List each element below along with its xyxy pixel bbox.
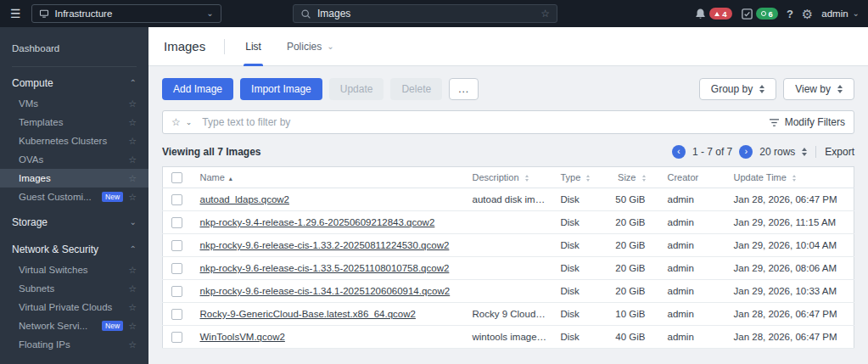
favorite-star-icon[interactable]: ☆ [128, 154, 137, 165]
export-button[interactable]: Export [825, 146, 854, 158]
sort-icon [792, 175, 796, 182]
favorite-star-icon[interactable]: ☆ [128, 173, 137, 184]
row-checkbox[interactable] [171, 263, 182, 274]
view-controls: Group by View by [699, 78, 854, 100]
next-page-button[interactable]: › [739, 145, 753, 159]
table-row[interactable]: Rocky-9-GenericCloud-Base.latest.x86_64.… [163, 303, 854, 326]
column-header-creator[interactable]: Creator [659, 167, 725, 188]
sidebar-item-label: Kubernetes Clusters [19, 136, 128, 146]
favorite-star-icon[interactable]: ☆ [128, 321, 137, 332]
group-by-select[interactable]: Group by [699, 78, 776, 100]
alerts-badge[interactable]: 4 [709, 8, 731, 20]
favorite-star-icon[interactable]: ☆ [128, 192, 137, 203]
app-switcher[interactable]: Infrastructure ⌄ [31, 4, 221, 23]
sidebar-item-images[interactable]: Images ☆ [0, 169, 148, 188]
image-name-link[interactable]: WinToolsVM.qcow2 [200, 332, 285, 342]
tab-policies[interactable]: Policies ⌄ [285, 27, 336, 65]
row-checkbox[interactable] [171, 194, 182, 205]
image-name-link[interactable]: Rocky-9-GenericCloud-Base.latest.x86_64.… [200, 309, 416, 319]
sidebar-item-label: Virtual Switches [19, 265, 128, 275]
user-name: admin [821, 8, 848, 19]
row-checkbox[interactable] [171, 286, 182, 297]
sidebar-item-vms[interactable]: VMs ☆ [0, 94, 148, 113]
sidebar-item-floating-ips[interactable]: Floating IPs ☆ [0, 335, 148, 354]
view-by-select[interactable]: View by [783, 78, 854, 100]
chevron-down-icon: ⌄ [130, 218, 137, 227]
table-row[interactable]: autoad_ldaps.qcow2 autoad disk image Dis… [163, 188, 854, 211]
filter-input[interactable] [202, 116, 763, 128]
select-all-checkbox[interactable] [171, 172, 182, 183]
caret-down-icon[interactable]: ⌄ [186, 119, 193, 126]
view-by-label: View by [795, 83, 831, 95]
sidebar-item-network-services[interactable]: Network Servi... New ☆ [0, 316, 148, 335]
app-switcher-label: Infrastructure [55, 8, 201, 19]
image-update-time: Jan 29, 2026, 11:15 AM [725, 211, 854, 234]
tab-list[interactable]: List [244, 27, 263, 65]
image-description [464, 257, 552, 280]
row-checkbox[interactable] [171, 332, 182, 343]
favorite-star-icon[interactable]: ☆ [128, 339, 137, 350]
image-creator: admin [659, 188, 725, 211]
sidebar-section-storage[interactable]: Storage ⌄ [0, 211, 148, 233]
table-row[interactable]: nkp-rocky-9.4-release-1.29.6-20250609212… [163, 211, 854, 234]
add-image-button[interactable]: Add Image [162, 78, 233, 100]
rows-per-page-select[interactable]: 20 rows [759, 146, 807, 158]
image-size: 50 GiB [602, 188, 659, 211]
import-image-button[interactable]: Import Image [240, 78, 322, 100]
table-row[interactable]: nkp-rocky-9.6-release-cis-1.33.2-2025081… [163, 234, 854, 257]
user-menu[interactable]: admin ⌄ [821, 8, 860, 19]
row-checkbox[interactable] [171, 240, 182, 251]
column-header-update-time[interactable]: Update Time [725, 167, 854, 188]
image-description [464, 211, 552, 234]
sidebar-item-dashboard[interactable]: Dashboard [0, 37, 148, 59]
favorite-star-icon[interactable]: ☆ [128, 117, 137, 128]
main-content: Images List Policies ⌄ Add Image Import … [148, 27, 868, 364]
column-label: Creator [668, 172, 699, 182]
image-name-link[interactable]: nkp-rocky-9.6-release-cis-1.33.2-2025081… [200, 240, 450, 250]
favorite-star-icon[interactable]: ☆ [128, 265, 137, 276]
alerts-menu[interactable]: 4 [694, 8, 731, 20]
favorite-star-icon[interactable]: ☆ [128, 136, 137, 147]
favorite-star-icon[interactable]: ☆ [128, 283, 137, 294]
row-checkbox[interactable] [171, 217, 182, 228]
gear-icon[interactable]: ⚙ [802, 8, 813, 20]
sidebar-section-network-security[interactable]: Network & Security ⌃ [0, 238, 148, 260]
group-by-label: Group by [711, 83, 753, 95]
column-header-type[interactable]: Type [552, 167, 602, 188]
help-icon[interactable]: ? [787, 8, 793, 20]
prev-page-button[interactable]: ‹ [672, 145, 686, 159]
sidebar-item-ovas[interactable]: OVAs ☆ [0, 150, 148, 169]
column-header-name[interactable]: Name▴ [192, 167, 464, 188]
tasks-menu[interactable]: 6 [741, 8, 778, 20]
more-actions-button[interactable]: ... [449, 78, 479, 100]
sidebar-item-templates[interactable]: Templates ☆ [0, 113, 148, 132]
update-button: Update [329, 78, 384, 100]
row-checkbox[interactable] [171, 309, 182, 320]
save-search-star-icon[interactable]: ☆ [540, 8, 550, 19]
sidebar-item-subnets[interactable]: Subnets ☆ [0, 279, 148, 298]
sidebar-item-virtual-switches[interactable]: Virtual Switches ☆ [0, 260, 148, 279]
image-name-link[interactable]: autoad_ldaps.qcow2 [200, 194, 290, 204]
global-search-input[interactable] [317, 8, 535, 20]
table-row[interactable]: nkp-rocky-9.6-release-cis-1.33.5-2025110… [163, 257, 854, 280]
column-header-size[interactable]: Size [602, 167, 659, 188]
image-size: 20 GiB [602, 234, 659, 257]
sidebar-item-virtual-private-clouds[interactable]: Virtual Private Clouds ☆ [0, 298, 148, 316]
sidebar-item-guest-customization[interactable]: Guest Customi... New ☆ [0, 188, 148, 206]
saved-filters-star-icon[interactable]: ☆ [171, 117, 181, 127]
favorite-star-icon[interactable]: ☆ [128, 302, 137, 313]
modify-filters-button[interactable]: Modify Filters [769, 116, 845, 128]
column-header-description[interactable]: Description [464, 167, 552, 188]
menu-icon[interactable]: ☰ [10, 7, 21, 20]
image-name-link[interactable]: nkp-rocky-9.6-release-cis-1.33.5-2025110… [200, 263, 450, 273]
favorite-star-icon[interactable]: ☆ [128, 98, 137, 109]
table-row[interactable]: WinToolsVM.qcow2 wintools image used in.… [163, 326, 854, 349]
image-name-link[interactable]: nkp-rocky-9.6-release-cis-1.34.1-2025120… [200, 286, 451, 296]
global-search[interactable]: ☆ [293, 4, 557, 23]
sidebar-section-compute[interactable]: Compute ⌃ [0, 72, 148, 94]
tasks-badge[interactable]: 6 [756, 8, 778, 20]
image-size: 20 GiB [602, 211, 659, 234]
table-row[interactable]: nkp-rocky-9.6-release-cis-1.34.1-2025120… [163, 280, 854, 303]
image-name-link[interactable]: nkp-rocky-9.4-release-1.29.6-20250609212… [200, 217, 435, 227]
sidebar-item-kubernetes-clusters[interactable]: Kubernetes Clusters ☆ [0, 132, 148, 150]
